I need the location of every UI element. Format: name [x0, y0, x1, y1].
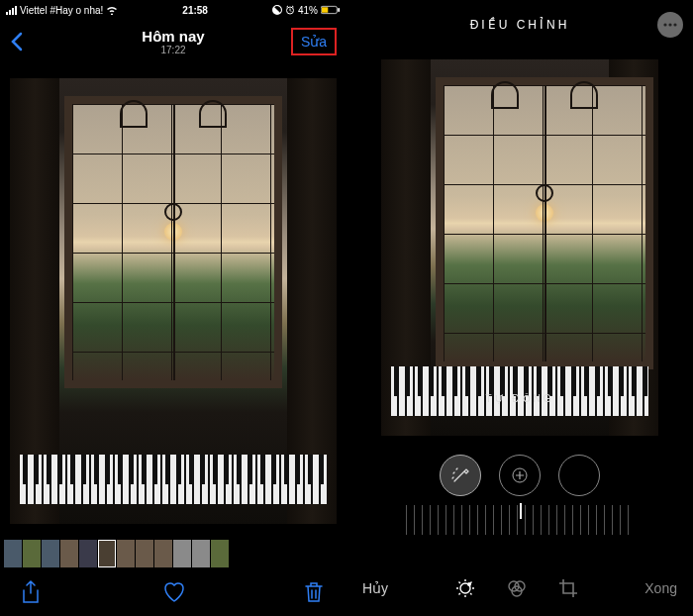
adjust-tab[interactable] — [454, 577, 476, 599]
thumbnail-strip[interactable] — [0, 539, 346, 568]
exposure-tool[interactable] — [499, 455, 541, 496]
photo-viewport[interactable] — [0, 63, 346, 539]
auto-enhance-tool[interactable] — [440, 455, 481, 496]
adjustment-dial[interactable] — [406, 505, 634, 535]
alarm-icon — [285, 5, 295, 15]
thumbnail[interactable] — [79, 540, 97, 567]
carrier-label: Viettel #Hay o nha! — [20, 5, 103, 16]
thumbnail[interactable] — [173, 540, 191, 567]
edit-photo-viewport[interactable]: TỰ ĐỘNG — [346, 50, 693, 446]
thumbnail[interactable] — [117, 540, 135, 567]
crop-tab[interactable] — [557, 577, 579, 599]
favorite-button[interactable] — [161, 580, 185, 604]
thumbnail[interactable] — [136, 540, 153, 567]
thumbnail[interactable] — [192, 540, 210, 567]
photos-detail-screen: Viettel #Hay o nha! 21:58 41% Hôm nay 17… — [0, 0, 346, 616]
thumbnail[interactable] — [4, 540, 22, 567]
thumbnail[interactable] — [42, 540, 59, 567]
svg-rect-2 — [322, 7, 328, 12]
back-button[interactable] — [10, 32, 24, 51]
thumbnail[interactable] — [154, 540, 172, 567]
signal-icon — [6, 6, 17, 15]
filters-tab[interactable] — [506, 577, 528, 599]
thumbnail[interactable] — [60, 540, 78, 567]
edit-button[interactable]: Sửa — [291, 28, 337, 55]
battery-label: 41% — [298, 5, 318, 16]
edit-title: ĐIỀU CHỈNH — [470, 18, 570, 32]
trash-button[interactable] — [303, 580, 327, 604]
cancel-button[interactable]: Hủy — [362, 580, 388, 596]
done-button[interactable]: Xong — [644, 580, 677, 596]
photo-content — [10, 78, 337, 524]
svg-point-8 — [578, 468, 587, 477]
svg-point-6 — [673, 23, 676, 26]
share-button[interactable] — [20, 580, 44, 604]
edit-photo-content: TỰ ĐỘNG — [381, 59, 658, 436]
bottom-toolbar — [0, 568, 346, 616]
battery-icon — [321, 5, 341, 15]
wifi-icon — [106, 5, 118, 15]
auto-label: TỰ ĐỘNG — [381, 393, 658, 404]
nav-bar: Hôm nay 17:22 Sửa — [0, 20, 346, 63]
status-time: 21:58 — [182, 5, 208, 16]
edit-header: ĐIỀU CHỈNH — [346, 0, 693, 50]
do-not-disturb-icon — [272, 5, 282, 15]
photo-edit-screen: ĐIỀU CHỈNH TỰ ĐỘNG Hủy — [346, 0, 693, 616]
status-bar: Viettel #Hay o nha! 21:58 41% — [0, 0, 346, 20]
svg-point-5 — [668, 23, 671, 26]
more-button[interactable] — [657, 12, 683, 38]
svg-rect-3 — [338, 8, 340, 12]
brilliance-tool[interactable] — [558, 455, 600, 496]
adjust-tool-row — [346, 446, 693, 505]
thumbnail[interactable] — [211, 540, 229, 567]
svg-point-4 — [663, 23, 666, 26]
edit-footer: Hủy Xong — [346, 561, 693, 616]
thumbnail[interactable] — [23, 540, 41, 567]
svg-point-10 — [467, 582, 471, 586]
thumbnail-selected[interactable] — [98, 540, 116, 567]
